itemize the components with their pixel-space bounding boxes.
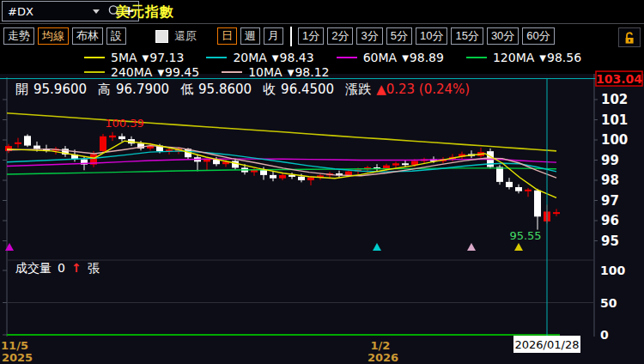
toolbar: 走勢 均線 布林 設 還原 日 週 月 1分 2分 3分 5分 10分 15分 … [0,24,644,48]
minute-button-30[interactable]: 30分 [487,27,519,45]
ma120-swatch [466,57,487,58]
down-triangle-icon: ▼ [272,53,279,63]
volume-unit: 張 [88,261,100,276]
volume-label: 成交量 [15,261,52,276]
restore-toggle[interactable]: 還原 [155,28,197,44]
ma10-swatch [222,71,242,73]
legend-item-120ma: 120MA▼98.56 [466,51,581,64]
close-value: 96.4500 [281,82,334,98]
close-label: 收 [263,82,276,98]
ma60-swatch [337,57,357,58]
period-button-week[interactable]: 週 [240,27,260,45]
legend-item-60ma: 60MA▼98.89 [337,51,444,64]
symbol-value: #DX [8,5,33,18]
legend-item-240ma: 240MA▼99.45 [84,65,199,79]
low-label: 低 [180,82,193,98]
down-triangle-icon: ▼ [539,53,546,63]
unlock-icon [623,31,636,45]
down-triangle-icon: ▼ [157,68,164,77]
volume-readout: 成交量 0 ↑ 張 [15,261,100,276]
period-button-month[interactable]: 月 [264,27,283,45]
open-value: 95.9600 [33,82,87,98]
mode-button-settings[interactable]: 設 [106,27,126,45]
legend-item-20ma: 20MA▼98.43 [206,51,313,64]
minute-button-3[interactable]: 3分 [356,27,382,45]
legend-item-5ma: 5MA▼97.13 [84,51,184,64]
close-pair: 收96.4500 [263,82,334,98]
high-value: 96.7900 [116,82,169,98]
down-triangle-icon: ▼ [288,68,295,77]
ma20-swatch [206,57,227,58]
low-value: 95.8600 [198,82,252,98]
mode-button-ma[interactable]: 均線 [38,27,69,45]
ma5-swatch [84,57,105,58]
minute-button-15[interactable]: 15分 [451,27,483,45]
minute-button-60[interactable]: 60分 [522,27,554,45]
lock-button[interactable] [618,27,641,47]
volume-value: 0 [58,261,65,276]
minute-button-10[interactable]: 10分 [416,27,447,45]
ma-legend-row-1: 5MA▼97.13 20MA▼98.43 60MA▼98.89 120MA▼98… [84,51,581,64]
minute-button-5[interactable]: 5分 [386,27,412,45]
restore-checkbox[interactable] [155,30,168,43]
app-window: 1021011009998979695100500103.042026/01/2… [0,0,644,364]
period-button-day[interactable]: 日 [217,27,237,45]
up-arrow-icon: ↑ [71,261,82,276]
open-label: 開 [15,82,28,98]
change-label: 漲跌 [345,82,371,98]
down-triangle-icon: ▼ [402,53,409,63]
dropdown-caret-icon[interactable] [93,9,100,14]
low-pair: 低95.8600 [180,82,252,98]
ma240-swatch [84,71,105,73]
open-pair: 開95.9600 [15,82,87,98]
instrument-title: 美元指數 [116,3,174,21]
down-triangle-icon: ▼ [143,53,149,63]
chart-background [0,74,644,364]
toolbar-separator [290,27,292,46]
mode-button-trend[interactable]: 走勢 [3,27,34,45]
ma-legend-row-2: 240MA▼99.45 10MA▼98.12 [84,65,329,79]
change-value: ▲0.23 (0.24%) [376,82,470,98]
minute-button-2[interactable]: 2分 [327,27,353,45]
mode-button-bollinger[interactable]: 布林 [72,27,103,45]
minute-button-1[interactable]: 1分 [298,27,324,45]
ohlc-readout: 開95.9600 高96.7900 低95.8600 收96.4500 漲跌▲0… [15,82,470,98]
legend-item-10ma: 10MA▼98.12 [222,65,329,79]
high-pair: 高96.7900 [98,82,169,98]
high-label: 高 [98,82,111,98]
title-bar: #DX + 美元指數 [0,0,644,24]
change-pair: 漲跌▲0.23 (0.24%) [345,82,470,98]
restore-label: 還原 [174,28,197,44]
